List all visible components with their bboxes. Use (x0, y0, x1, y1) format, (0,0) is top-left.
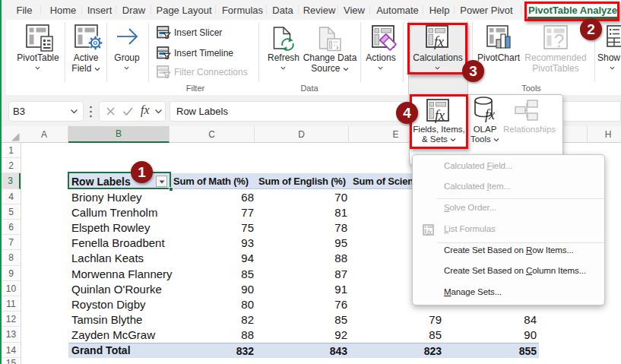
svg-text:fx: fx (485, 107, 495, 122)
svg-text:fx: fx (427, 229, 432, 236)
svg-text:?: ? (554, 30, 564, 51)
